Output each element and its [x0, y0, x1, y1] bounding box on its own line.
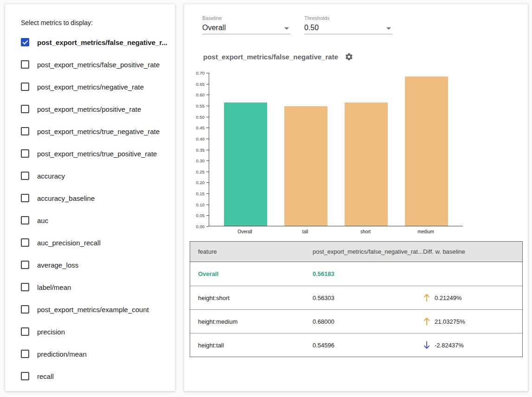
- table-header-row: feature post_export_metrics/false_negati…: [190, 242, 522, 262]
- y-tick-label: 0.45: [196, 125, 205, 130]
- checkbox-unchecked-icon[interactable]: [21, 283, 29, 291]
- table-row[interactable]: Overall0.56183: [190, 262, 522, 286]
- results-table-body: Overall0.56183height:short0.563030.21249…: [190, 262, 522, 357]
- checkbox-unchecked-icon[interactable]: [21, 149, 29, 158]
- chart-x-axis: Overalltallshortmedium: [209, 229, 463, 237]
- y-tick-mark: [206, 160, 209, 161]
- y-tick-label: 0.50: [196, 114, 205, 119]
- metric-item[interactable]: post_export_metrics/example_count: [5, 298, 175, 320]
- checkbox-unchecked-icon[interactable]: [21, 350, 29, 358]
- y-tick-mark: [206, 215, 209, 216]
- metric-item[interactable]: average_loss: [5, 254, 175, 276]
- y-tick-mark: [206, 172, 209, 172]
- y-tick-label: 0.70: [196, 70, 205, 76]
- metric-label: post_export_metrics/true_negative_rate: [37, 128, 160, 135]
- metric-item[interactable]: post_export_metrics/false_negative_r...: [5, 31, 175, 53]
- checkbox-unchecked-icon[interactable]: [21, 238, 29, 247]
- up-arrow-icon: [423, 293, 430, 302]
- baseline-value: Overall: [202, 24, 226, 32]
- chevron-down-icon[interactable]: [386, 27, 391, 30]
- bar-short[interactable]: [345, 102, 388, 226]
- table-row[interactable]: height:medium0.6800021.03275%: [190, 309, 522, 333]
- metric-item[interactable]: post_export_metrics/true_positive_rate: [5, 142, 175, 165]
- metric-item[interactable]: auc_precision_recall: [5, 231, 175, 254]
- y-tick-mark: [206, 205, 209, 205]
- thresholds-value-row[interactable]: 0.50: [304, 23, 392, 34]
- y-tick-label: 0.00: [196, 224, 205, 229]
- cell-feature: height:short: [190, 295, 305, 301]
- checkbox-unchecked-icon[interactable]: [21, 216, 29, 224]
- metric-item[interactable]: post_export_metrics/positive_rate: [5, 98, 175, 120]
- checkbox-unchecked-icon[interactable]: [21, 83, 29, 91]
- baseline-value-row[interactable]: Overall: [202, 23, 290, 34]
- y-tick-mark: [206, 117, 209, 117]
- up-arrow-icon: [423, 317, 430, 326]
- results-panel: Baseline Overall Thresholds 0.50 post_ex…: [184, 4, 528, 391]
- metric-item[interactable]: auc: [5, 209, 175, 231]
- y-tick-label: 0.60: [196, 92, 205, 97]
- metric-item[interactable]: post_export_metrics/negative_rate: [5, 76, 175, 98]
- metric-item[interactable]: label/mean: [5, 276, 175, 298]
- bar-tall[interactable]: [284, 106, 327, 226]
- results-table: feature post_export_metrics/false_negati…: [190, 241, 523, 357]
- x-tick-label: Overall: [237, 229, 252, 234]
- metrics-selector-panel: Select metrics to display: post_export_m…: [5, 4, 175, 391]
- metric-label: auc: [37, 217, 48, 224]
- checkbox-unchecked-icon[interactable]: [21, 127, 29, 135]
- checkbox-unchecked-icon[interactable]: [21, 172, 29, 180]
- y-tick-mark: [206, 128, 209, 128]
- y-tick-label: 0.65: [196, 81, 205, 86]
- chart-header: post_export_metrics/false_negative_rate: [203, 52, 353, 61]
- y-tick-mark: [206, 95, 209, 95]
- metric-label: post_export_metrics/example_count: [37, 306, 149, 314]
- checkbox-checked-icon[interactable]: [21, 38, 29, 46]
- cell-metric-value: 0.56183: [305, 270, 415, 277]
- chart-plot: [209, 73, 463, 226]
- table-row[interactable]: height:tall0.54596-2.82437%: [190, 333, 522, 357]
- baseline-select[interactable]: Baseline Overall: [202, 15, 290, 34]
- bar-medium[interactable]: [405, 77, 448, 226]
- diff-value: 21.03275%: [435, 318, 465, 325]
- y-tick-mark: [206, 150, 209, 150]
- y-tick-label: 0.30: [196, 158, 205, 163]
- table-row[interactable]: height:short0.563030.21249%: [190, 286, 522, 309]
- metric-label: accuracy: [37, 172, 65, 180]
- metric-item[interactable]: accuracy_baseline: [5, 187, 175, 209]
- metric-label: prediction/mean: [37, 350, 87, 358]
- metric-item[interactable]: prediction/mean: [5, 343, 175, 365]
- metric-label: post_export_metrics/false_positive_rate: [37, 61, 160, 69]
- metric-label: post_export_metrics/false_negative_r...: [37, 38, 167, 46]
- checkbox-unchecked-icon[interactable]: [21, 105, 29, 113]
- gear-icon[interactable]: [345, 52, 353, 61]
- bar-Overall[interactable]: [224, 102, 267, 226]
- metric-label: accuracy_baseline: [37, 194, 95, 202]
- y-tick-label: 0.20: [196, 180, 205, 185]
- metric-label: label/mean: [37, 283, 71, 291]
- metric-item[interactable]: post_export_metrics/true_negative_rate: [5, 120, 175, 142]
- checkbox-unchecked-icon[interactable]: [21, 60, 29, 69]
- chevron-down-icon[interactable]: [284, 27, 289, 30]
- metric-label: post_export_metrics/negative_rate: [37, 83, 144, 91]
- diff-value: 0.21249%: [435, 295, 462, 301]
- metric-label: precision: [37, 328, 65, 336]
- checkbox-unchecked-icon[interactable]: [21, 372, 29, 380]
- checkbox-unchecked-icon[interactable]: [21, 194, 29, 202]
- metric-item[interactable]: precision: [5, 320, 175, 343]
- checkbox-unchecked-icon[interactable]: [21, 305, 29, 314]
- header-feature: feature: [190, 248, 305, 255]
- metric-item[interactable]: recall: [5, 365, 175, 387]
- metric-label: post_export_metrics/positive_rate: [37, 105, 141, 113]
- checkbox-unchecked-icon[interactable]: [21, 327, 29, 336]
- metric-label: auc_precision_recall: [37, 239, 101, 247]
- metric-item[interactable]: accuracy: [5, 165, 175, 187]
- header-diff-baseline: Diff. w. baseline: [415, 248, 522, 255]
- thresholds-select[interactable]: Thresholds 0.50: [304, 15, 392, 34]
- x-tick-label: short: [360, 229, 371, 234]
- metric-item[interactable]: post_export_metrics/false_positive_rate: [5, 53, 175, 76]
- down-arrow-icon: [423, 340, 430, 350]
- chart-title: post_export_metrics/false_negative_rate: [203, 53, 338, 61]
- y-tick-mark: [206, 139, 209, 139]
- y-tick-mark: [206, 73, 209, 73]
- x-tick-label: medium: [417, 229, 434, 234]
- checkbox-unchecked-icon[interactable]: [21, 261, 29, 269]
